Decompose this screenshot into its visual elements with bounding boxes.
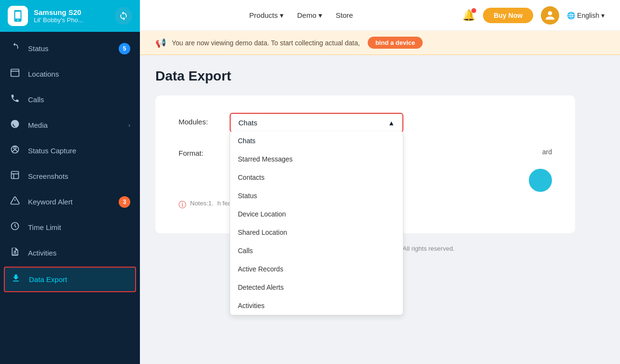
sidebar-item-data-export[interactable]: Data Export xyxy=(4,267,136,292)
modules-row: Modules: Chats ▲ Chats Starred Messages … xyxy=(179,113,552,133)
device-model: Lil' Bobby's Pho... xyxy=(34,16,109,24)
format-label: Format: xyxy=(179,144,222,157)
sync-icon[interactable] xyxy=(115,7,132,25)
modules-chevron-up-icon: ▲ xyxy=(388,119,395,127)
activities-icon xyxy=(10,247,20,259)
language-selector[interactable]: 🌐 English ▾ xyxy=(567,12,605,19)
modules-dropdown-menu: Chats Starred Messages Contacts Status D… xyxy=(230,132,403,315)
export-card: Modules: Chats ▲ Chats Starred Messages … xyxy=(155,95,575,233)
sidebar: Samsung S20 Lil' Bobby's Pho... Status 5… xyxy=(0,0,140,364)
media-icon xyxy=(10,119,20,131)
device-icon xyxy=(8,6,28,26)
time-limit-icon xyxy=(10,221,20,233)
sidebar-item-status-capture-label: Status Capture xyxy=(28,147,130,155)
nav-store[interactable]: Store xyxy=(336,11,353,20)
nav-demo[interactable]: Demo ▾ xyxy=(297,11,322,20)
notification-bell[interactable]: 🔔 xyxy=(462,9,475,22)
status-icon xyxy=(10,42,20,54)
dropdown-option-chats[interactable]: Chats xyxy=(230,132,403,150)
demo-banner-icon: 📢 xyxy=(155,38,166,48)
calls-icon xyxy=(10,94,20,106)
dropdown-option-starred-messages[interactable]: Starred Messages xyxy=(230,150,403,168)
sidebar-item-status-capture[interactable]: Status Capture xyxy=(0,138,140,163)
sidebar-item-calls[interactable]: Calls xyxy=(0,87,140,112)
dropdown-option-contacts[interactable]: Contacts xyxy=(230,168,403,187)
demo-banner-text: You are now viewing demo data. To start … xyxy=(172,39,360,47)
sidebar-item-time-limit-label: Time Limit xyxy=(28,223,130,231)
keyword-alert-badge: 3 xyxy=(119,196,130,208)
sidebar-nav: Status 5 Locations Calls Media › xyxy=(0,32,140,364)
device-name: Samsung S20 xyxy=(34,8,109,16)
products-chevron-icon: ▾ xyxy=(280,11,284,20)
screenshots-icon xyxy=(10,170,20,182)
svg-rect-0 xyxy=(11,69,19,77)
buy-now-button[interactable]: Buy Now xyxy=(483,8,533,23)
notes-icon: ⓘ xyxy=(179,200,186,210)
sidebar-item-time-limit[interactable]: Time Limit xyxy=(0,215,140,240)
nav-right: 🔔 Buy Now 🌐 English ▾ xyxy=(462,6,605,25)
notes-text-start: Notes:1. xyxy=(190,200,213,207)
modules-control: Chats ▲ Chats Starred Messages Contacts … xyxy=(230,113,552,133)
page-content: Data Export Modules: Chats ▲ Chats xyxy=(140,55,620,266)
nav-links: Products ▾ Demo ▾ Store xyxy=(155,11,447,20)
sidebar-item-locations-label: Locations xyxy=(28,70,130,78)
sidebar-item-media-label: Media xyxy=(28,121,121,129)
globe-icon: 🌐 xyxy=(567,12,575,19)
navbar: Products ▾ Demo ▾ Store 🔔 Buy Now 🌐 En xyxy=(140,0,620,31)
status-capture-icon xyxy=(10,145,20,157)
sidebar-item-status[interactable]: Status 5 xyxy=(0,36,140,61)
sidebar-header: Samsung S20 Lil' Bobby's Pho... xyxy=(0,0,140,32)
sidebar-item-keyword-alert-label: Keyword Alert xyxy=(28,198,111,206)
user-avatar[interactable] xyxy=(541,6,559,25)
sidebar-item-activities-label: Activities xyxy=(28,249,130,257)
nav-products[interactable]: Products ▾ xyxy=(249,11,284,20)
svg-rect-5 xyxy=(12,172,19,179)
lang-chevron-icon: ▾ xyxy=(601,12,605,19)
modules-dropdown-selected[interactable]: Chats ▲ xyxy=(230,113,403,133)
dropdown-option-shared-location[interactable]: Shared Location xyxy=(230,223,403,242)
status-badge: 5 xyxy=(119,43,130,54)
sidebar-item-activities[interactable]: Activities xyxy=(0,240,140,266)
notification-dot xyxy=(471,8,476,13)
sidebar-item-data-export-label: Data Export xyxy=(29,275,129,283)
ard-text: ard xyxy=(542,144,552,156)
dropdown-option-device-location[interactable]: Device Location xyxy=(230,205,403,223)
bind-device-button[interactable]: bind a device xyxy=(368,37,423,49)
demo-banner: 📢 You are now viewing demo data. To star… xyxy=(140,31,620,55)
device-info: Samsung S20 Lil' Bobby's Pho... xyxy=(34,8,109,24)
sidebar-item-screenshots-label: Screenshots xyxy=(28,172,130,180)
page-title: Data Export xyxy=(155,68,605,84)
media-chevron-icon: › xyxy=(128,122,130,129)
modules-selected-value: Chats xyxy=(238,119,257,127)
sidebar-item-media[interactable]: Media › xyxy=(0,112,140,138)
demo-chevron-icon: ▾ xyxy=(318,11,322,20)
modules-label: Modules: xyxy=(179,113,222,126)
keyword-alert-icon xyxy=(10,196,20,208)
progress-circle xyxy=(529,169,552,192)
main-area: Products ▾ Demo ▾ Store 🔔 Buy Now 🌐 En xyxy=(140,0,620,364)
modules-dropdown-wrapper: Chats ▲ Chats Starred Messages Contacts … xyxy=(230,113,403,133)
sidebar-item-keyword-alert[interactable]: Keyword Alert 3 xyxy=(0,189,140,215)
svg-point-4 xyxy=(14,147,16,149)
sidebar-item-status-label: Status xyxy=(28,44,111,53)
dropdown-option-active-records[interactable]: Active Records xyxy=(230,260,403,278)
dropdown-option-status[interactable]: Status xyxy=(230,187,403,205)
sidebar-item-screenshots[interactable]: Screenshots xyxy=(0,163,140,189)
dropdown-option-detected-alerts[interactable]: Detected Alerts xyxy=(230,278,403,297)
sidebar-item-calls-label: Calls xyxy=(28,95,130,104)
dropdown-option-calls[interactable]: Calls xyxy=(230,242,403,260)
dropdown-option-activities[interactable]: Activities xyxy=(230,297,403,315)
sidebar-item-locations[interactable]: Locations xyxy=(0,61,140,87)
data-export-icon xyxy=(11,273,21,285)
locations-icon xyxy=(10,68,20,80)
content-area: 📢 You are now viewing demo data. To star… xyxy=(140,31,620,364)
